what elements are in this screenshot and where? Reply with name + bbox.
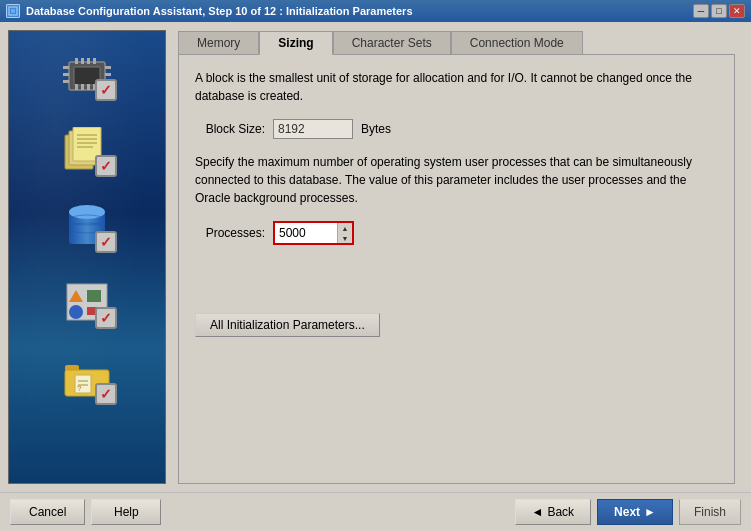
back-arrow-icon: ◄ (532, 505, 544, 519)
svg-rect-14 (63, 80, 69, 83)
window-title: Database Configuration Assistant, Step 1… (26, 5, 687, 17)
help-button[interactable]: Help (91, 499, 161, 525)
tab-bar: Memory Sizing Character Sets Connection … (178, 30, 735, 54)
check-badge-1: ✓ (95, 79, 117, 101)
sidebar-item-2: ✓ (61, 127, 113, 173)
all-params-wrapper: All Initialization Parameters... (195, 305, 718, 337)
close-button[interactable]: ✕ (729, 4, 745, 18)
svg-rect-13 (63, 73, 69, 76)
check-mark-4: ✓ (100, 311, 112, 325)
block-size-unit: Bytes (361, 122, 391, 136)
minimize-button[interactable]: ─ (693, 4, 709, 18)
tab-memory[interactable]: Memory (178, 31, 259, 55)
back-button[interactable]: ◄ Back (515, 499, 592, 525)
check-mark-3: ✓ (100, 235, 112, 249)
tab-connection-mode[interactable]: Connection Mode (451, 31, 583, 55)
back-label: Back (547, 505, 574, 519)
svg-rect-6 (87, 58, 90, 64)
main-window: ✓ ✓ (0, 22, 751, 531)
processes-input[interactable] (275, 224, 337, 242)
check-badge-3: ✓ (95, 231, 117, 253)
bottom-bar: Cancel Help ◄ Back Next ► Finish (0, 492, 751, 531)
sidebar-item-3: ✓ (61, 203, 113, 249)
check-badge-2: ✓ (95, 155, 117, 177)
tab-character-sets[interactable]: Character Sets (333, 31, 451, 55)
svg-rect-16 (105, 73, 111, 76)
processes-increment-button[interactable]: ▲ (338, 223, 352, 233)
processes-description: Specify the maximum number of operating … (195, 153, 718, 207)
next-arrow-icon: ► (644, 505, 656, 519)
svg-rect-4 (75, 58, 78, 64)
svg-rect-15 (105, 66, 111, 69)
check-mark-5: ✓ (100, 387, 112, 401)
processes-spinners: ▲ ▼ (337, 223, 352, 243)
svg-rect-31 (87, 290, 101, 302)
svg-rect-1 (11, 9, 15, 13)
svg-rect-7 (93, 58, 96, 64)
svg-rect-12 (63, 66, 69, 69)
block-size-row: Block Size: Bytes (195, 119, 718, 139)
window-controls: ─ □ ✕ (693, 4, 745, 18)
cancel-button[interactable]: Cancel (10, 499, 85, 525)
right-panel: Memory Sizing Character Sets Connection … (166, 30, 743, 484)
check-badge-4: ✓ (95, 307, 117, 329)
content-area: ✓ ✓ (0, 22, 751, 492)
window-icon (6, 4, 20, 18)
svg-rect-9 (81, 84, 84, 90)
tab-sizing[interactable]: Sizing (259, 31, 332, 55)
check-mark-1: ✓ (100, 83, 112, 97)
maximize-button[interactable]: □ (711, 4, 727, 18)
processes-decrement-button[interactable]: ▼ (338, 233, 352, 243)
check-mark-2: ✓ (100, 159, 112, 173)
block-size-input[interactable] (273, 119, 353, 139)
check-badge-5: ✓ (95, 383, 117, 405)
all-init-params-button[interactable]: All Initialization Parameters... (195, 313, 380, 337)
next-button[interactable]: Next ► (597, 499, 673, 525)
processes-input-wrapper: ▲ ▼ (273, 221, 354, 245)
svg-point-32 (69, 305, 83, 319)
block-size-label: Block Size: (195, 122, 265, 136)
sidebar: ✓ ✓ (8, 30, 166, 484)
sidebar-item-1: ✓ (61, 51, 113, 97)
processes-row: Processes: ▲ ▼ (195, 221, 718, 245)
title-bar: Database Configuration Assistant, Step 1… (0, 0, 751, 22)
svg-rect-10 (87, 84, 90, 90)
block-size-description: A block is the smallest unit of storage … (195, 69, 718, 105)
next-label: Next (614, 505, 640, 519)
svg-rect-5 (81, 58, 84, 64)
processes-label: Processes: (195, 226, 265, 240)
sidebar-item-4: ✓ (61, 279, 113, 325)
svg-text:?: ? (77, 384, 82, 393)
finish-button[interactable]: Finish (679, 499, 741, 525)
svg-rect-8 (75, 84, 78, 90)
panel-content: A block is the smallest unit of storage … (178, 54, 735, 484)
sidebar-item-5: ? ✓ (61, 355, 113, 401)
